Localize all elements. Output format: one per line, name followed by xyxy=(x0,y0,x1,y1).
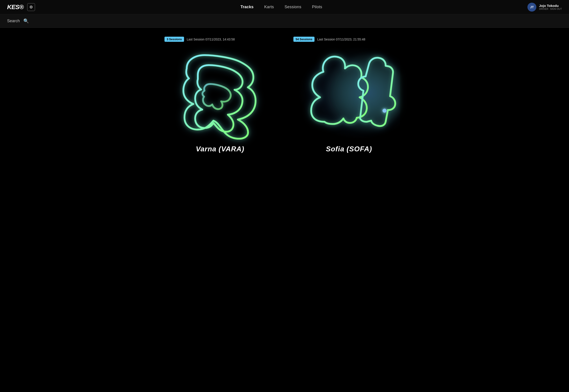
search-icon[interactable]: 🔍 xyxy=(23,18,29,24)
gear-icon: ⚙ xyxy=(29,5,33,10)
logo-text: KES xyxy=(7,3,19,11)
track-image-varna xyxy=(169,46,271,140)
navbar-left: KES® ⚙ xyxy=(7,3,35,11)
last-session-sofia: Last Session 07/11/2023, 21:55:48 xyxy=(317,38,365,41)
nav-tracks[interactable]: Tracks xyxy=(241,5,254,9)
avatar: JT xyxy=(527,3,536,12)
logo-suffix: ® xyxy=(19,3,24,11)
user-name: Jojo Tokodu xyxy=(539,4,558,8)
nav-pilots[interactable]: Pilots xyxy=(312,5,322,9)
track-name-varna: Varna (VARA) xyxy=(196,145,244,153)
svg-point-1 xyxy=(383,109,386,113)
svg-point-0 xyxy=(316,53,400,133)
tracks-grid: 3 Sessions Last Session 07/11/2023, 14:4… xyxy=(0,28,569,162)
search-label: Search xyxy=(7,19,20,23)
logo: KES® xyxy=(7,3,24,11)
session-badge-sofia: 54 Sessions xyxy=(293,37,314,42)
main-nav: Tracks Karts Sessions Pilots xyxy=(241,5,322,9)
navbar: KES® ⚙ Tracks Karts Sessions Pilots JT J… xyxy=(0,0,569,14)
track-card-varna[interactable]: 3 Sessions Last Session 07/11/2023, 14:4… xyxy=(164,37,276,153)
user-role: DRIVER xyxy=(539,8,548,10)
varna-track-svg xyxy=(169,46,271,140)
last-session-varna: Last Session 07/11/2023, 14:43:58 xyxy=(187,38,235,41)
track-info-varna: 3 Sessions Last Session 07/11/2023, 14:4… xyxy=(164,37,235,42)
track-card-sofia[interactable]: 54 Sessions Last Session 07/11/2023, 21:… xyxy=(293,37,405,153)
user-info: Jojo Tokodu DRIVER SIGN OUT xyxy=(539,4,562,10)
track-name-sofia: Sofia (SOFA) xyxy=(326,145,372,153)
track-info-sofia: 54 Sessions Last Session 07/11/2023, 21:… xyxy=(293,37,365,42)
user-meta: DRIVER SIGN OUT xyxy=(539,8,562,10)
sofia-track-svg xyxy=(298,46,400,140)
session-badge-varna: 3 Sessions xyxy=(164,37,184,42)
track-image-sofia xyxy=(298,46,400,140)
search-bar: Search 🔍 xyxy=(0,14,569,28)
nav-sessions[interactable]: Sessions xyxy=(284,5,301,9)
sign-out-link[interactable]: SIGN OUT xyxy=(550,8,562,10)
gear-button[interactable]: ⚙ xyxy=(27,3,35,11)
user-section: JT Jojo Tokodu DRIVER SIGN OUT xyxy=(527,3,562,12)
nav-karts[interactable]: Karts xyxy=(264,5,274,9)
